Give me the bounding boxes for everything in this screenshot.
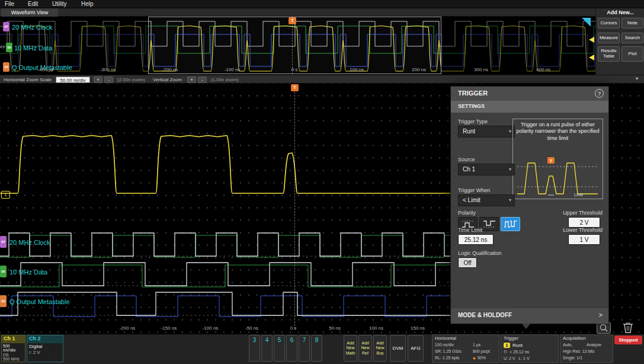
menu-item-file[interactable]: File xyxy=(5,1,14,7)
overview-time-label: 300 ns xyxy=(474,67,488,72)
add-plot-button[interactable]: Plot xyxy=(621,46,643,62)
channel-label-clock-overview: 20 MHz Clock xyxy=(12,24,52,31)
digital-badge-d7[interactable]: 07 xyxy=(3,22,9,31)
main-time-label: 100 ns xyxy=(369,325,383,331)
add-bus-line2: New xyxy=(376,346,384,350)
add-results-table-button[interactable]: Results Table xyxy=(598,46,620,62)
trigger-badge-title: Trigger xyxy=(504,336,518,341)
trigger-position-marker-main[interactable]: T xyxy=(291,84,299,91)
hzoom-minus-button[interactable]: - xyxy=(104,76,113,83)
horizontal-badge-title: Horizontal xyxy=(435,336,456,341)
acquisition-badge[interactable]: Acquisition Auto, Analyze High Res: 13 b… xyxy=(560,334,613,363)
diagram-trigger-marker: T xyxy=(550,158,553,164)
overview-zoom-window[interactable] xyxy=(148,17,441,74)
chevron-down-icon: ▾ xyxy=(509,129,511,134)
add-new-panel: Add New... Cursors Note Measure Search R… xyxy=(595,8,644,75)
ch7-button[interactable]: 7 xyxy=(299,335,310,362)
zoom-scale-input[interactable]: 50.00 ns/div xyxy=(56,76,90,83)
vzoom-minus-button[interactable]: - xyxy=(198,76,207,83)
add-ref-line1: Add xyxy=(361,341,369,346)
bus-expand-icon[interactable]: <> xyxy=(0,45,5,49)
negative-runt-icon xyxy=(482,219,496,229)
help-icon[interactable]: ? xyxy=(595,89,604,98)
tab-waveform-view[interactable]: Waveform View xyxy=(1,8,58,17)
ch3-button[interactable]: 3 xyxy=(249,335,260,362)
overview-time-label: -400 ns xyxy=(38,67,54,72)
add-search-button[interactable]: Search xyxy=(621,33,643,43)
ch1-bandwidth: 500 MHz xyxy=(2,357,25,361)
vzoom-plus-button[interactable]: + xyxy=(187,76,196,83)
upper-threshold-field[interactable]: 2 V xyxy=(568,217,600,228)
ch5-button[interactable]: 5 xyxy=(274,335,285,362)
main-time-label: -100 ns xyxy=(203,325,219,331)
digital-badge-d5[interactable]: 05 xyxy=(6,43,12,52)
trigger-when-value: < Limit xyxy=(463,197,480,203)
add-math-line3: Math xyxy=(346,351,355,356)
source-value: Ch 1 xyxy=(463,166,475,173)
main-waveform-canvas[interactable] xyxy=(0,84,450,334)
overview-time-label: 0 s xyxy=(291,67,298,72)
menu-item-utility[interactable]: Utility xyxy=(52,1,66,7)
add-new-math-button[interactable]: Add New Math xyxy=(344,335,357,362)
horizontal-badge[interactable]: Horizontal 100 ns/div 1 µs SR: 1.25 GS/s… xyxy=(432,334,499,363)
add-bus-line3: Bus xyxy=(376,351,383,356)
logic-qualification-toggle[interactable]: Off xyxy=(458,257,477,268)
trigger-level-indicator[interactable] xyxy=(582,18,591,27)
hzoom-plus-button[interactable]: + xyxy=(94,76,102,83)
stopped-status-button[interactable]: Stopped xyxy=(614,336,642,344)
ch1-level-arrow-lower[interactable] xyxy=(589,55,594,60)
chevron-down-icon: ▾ xyxy=(509,167,511,172)
ch2-threshold-value: 2 V xyxy=(33,350,40,355)
add-note-button[interactable]: Note xyxy=(621,18,643,28)
acquisition-count: Single: 1/1 xyxy=(563,356,582,360)
trigger-when-label: Trigger When xyxy=(458,187,490,193)
digital-badge-d7-main[interactable]: 07 xyxy=(0,236,7,248)
ch1-coupling: DS xyxy=(2,353,25,357)
logic-qualification-label: Logic Qualification xyxy=(458,250,502,256)
overview-time-label: -200 ns xyxy=(162,67,178,72)
dvm-button[interactable]: DVM xyxy=(390,335,406,362)
collapse-chevron-icon[interactable]: ▾ xyxy=(636,76,638,81)
add-new-bus-button[interactable]: Add New Bus xyxy=(373,335,387,362)
acquisition-badge-title: Acquisition xyxy=(563,336,586,341)
trigger-when-dropdown[interactable]: < Limit ▾ xyxy=(458,194,515,206)
polarity-either-button[interactable] xyxy=(501,217,520,231)
ch1-badge-title: Ch 1 xyxy=(2,336,25,343)
add-ref-line2: New xyxy=(361,346,369,350)
add-measure-button[interactable]: Measure xyxy=(598,33,620,43)
overview-time-label: -100 ns xyxy=(225,67,241,72)
ch4-button[interactable]: 4 xyxy=(261,335,273,362)
ch2-badge[interactable]: Ch 2 Digital /: 2 V xyxy=(27,335,63,362)
trigger-type-dropdown[interactable]: Runt ▾ xyxy=(458,126,515,138)
trigger-type-readout: Runt xyxy=(512,343,523,348)
diagram-limit-label: Limit xyxy=(574,193,583,197)
trigger-position-marker-overview[interactable]: T xyxy=(289,17,296,24)
digital-badge-d3[interactable]: 03 xyxy=(3,62,9,72)
threshold-icon: / xyxy=(29,350,30,355)
zoom-tool-button[interactable] xyxy=(597,322,611,334)
menu-item-help[interactable]: Help xyxy=(81,1,94,7)
add-new-ref-button[interactable]: Add New Ref xyxy=(358,335,372,362)
source-dropdown[interactable]: Ch 1 ▾ xyxy=(458,164,515,175)
afg-button[interactable]: AFG xyxy=(408,335,424,362)
lower-threshold-field[interactable]: 1 V xyxy=(568,234,600,245)
horizontal-window: 1 µs xyxy=(473,343,480,347)
add-math-line1: Add xyxy=(347,341,354,346)
ch1-scale: 500 mV/div xyxy=(2,343,25,353)
menu-item-edit[interactable]: Edit xyxy=(28,1,38,7)
digital-badge-d3-main[interactable]: 03 xyxy=(0,295,7,307)
digital-badge-d5-main[interactable]: 05 xyxy=(0,266,7,277)
ch1-badge[interactable]: Ch 1 500 mV/div DS 500 MHz xyxy=(1,335,25,362)
mode-holdoff-bar[interactable]: MODE & HOLDOFF > xyxy=(451,308,608,324)
overview-time-label: 100 ns xyxy=(350,67,364,72)
ch1-position-marker[interactable]: 1 xyxy=(1,191,10,199)
time-limit-field[interactable]: 25.12 ns xyxy=(458,234,494,245)
ch1-level-arrow-upper[interactable] xyxy=(589,37,594,43)
ch6-button[interactable]: 6 xyxy=(286,335,297,362)
ch8-button[interactable]: 8 xyxy=(311,335,322,362)
trigger-badge[interactable]: Trigger 1 Runt ⊓ < 25.12 ns U: 2 V L: 1 … xyxy=(501,334,559,363)
overview-dim-right xyxy=(441,17,595,75)
main-trigger-line xyxy=(294,92,295,329)
add-cursors-button[interactable]: Cursors xyxy=(598,18,620,28)
trash-icon[interactable] xyxy=(621,321,635,334)
